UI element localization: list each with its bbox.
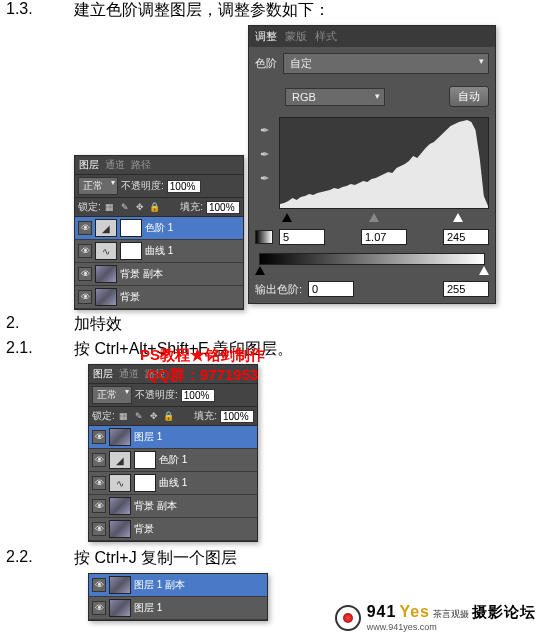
tab-channels[interactable]: 通道 [105, 158, 125, 172]
histogram-svg [280, 118, 488, 208]
visibility-toggle-icon[interactable]: 👁 [92, 601, 106, 615]
layer-row[interactable]: 👁背景 [89, 518, 257, 541]
out-black-input[interactable] [308, 281, 354, 297]
mid-input[interactable] [361, 229, 407, 245]
watermark-line2: QQ群：9771953 [140, 365, 265, 385]
lock-label: 锁定: [78, 200, 101, 214]
tab-channels[interactable]: 通道 [119, 367, 139, 381]
lock-all-icon[interactable]: 🔒 [149, 201, 161, 213]
step-number: 2.1. [0, 339, 74, 360]
lock-transparency-icon[interactable]: ▦ [118, 410, 130, 422]
tab-styles[interactable]: 样式 [315, 29, 337, 44]
layer-thumb [95, 265, 117, 283]
visibility-toggle-icon[interactable]: 👁 [78, 267, 92, 281]
auto-button[interactable]: 自动 [449, 86, 489, 107]
blend-mode-dropdown[interactable]: 正常 [92, 386, 132, 404]
layer-name: 曲线 1 [159, 476, 187, 490]
layer-row[interactable]: 👁∿曲线 1 [75, 240, 243, 263]
step-2-1: 2.1. 按 Ctrl+Alt+Shift+E 盖印图层。 [0, 339, 552, 360]
preset-row: 色阶 自定 [249, 47, 495, 80]
white-eyedropper-icon[interactable]: ✒ [255, 169, 273, 187]
lock-brush-icon[interactable]: ✎ [119, 201, 131, 213]
black-input[interactable] [279, 229, 325, 245]
layer-name: 色阶 1 [145, 221, 173, 235]
lock-transparency-icon[interactable]: ▦ [104, 201, 116, 213]
opacity-label: 不透明度: [121, 179, 164, 193]
lock-fill-row: 锁定: ▦ ✎ ✥ 🔒 填充: 100% [75, 198, 243, 217]
visibility-toggle-icon[interactable]: 👁 [92, 453, 106, 467]
visibility-toggle-icon[interactable]: 👁 [78, 290, 92, 304]
forum: 摄影论坛 [472, 603, 536, 622]
tab-masks[interactable]: 蒙版 [285, 29, 307, 44]
black-slider[interactable] [282, 213, 292, 222]
visibility-toggle-icon[interactable]: 👁 [92, 430, 106, 444]
visibility-toggle-icon[interactable]: 👁 [92, 499, 106, 513]
lock-move-icon[interactable]: ✥ [134, 201, 146, 213]
opacity-label: 不透明度: [135, 388, 178, 402]
adj-tabs: 调整 蒙版 样式 [249, 26, 495, 47]
layer-row[interactable]: 👁◢色阶 1 [89, 449, 257, 472]
layer-row[interactable]: 👁◢色阶 1 [75, 217, 243, 240]
input-sliders [283, 213, 465, 225]
tab-layers[interactable]: 图层 [93, 367, 113, 381]
gray-eyedropper-icon[interactable]: ✒ [255, 145, 273, 163]
step-2: 2. 加特效 [0, 314, 552, 335]
layer-thumb [109, 576, 131, 594]
blend-opacity-row: 正常 不透明度: 100% [75, 175, 243, 198]
adjustment-thumb: ◢ [109, 451, 131, 469]
tab-adjustments[interactable]: 调整 [255, 29, 277, 44]
brand-suffix: Yes [399, 603, 430, 621]
gray-slider[interactable] [369, 213, 379, 222]
layer-row[interactable]: 👁图层 1 副本 [89, 574, 267, 597]
channel-dropdown[interactable]: RGB [285, 88, 385, 106]
layer-thumb [109, 497, 131, 515]
layer-mask-thumb [134, 474, 156, 492]
blend-opacity-row: 正常 不透明度: 100% [89, 384, 257, 407]
visibility-toggle-icon[interactable]: 👁 [92, 476, 106, 490]
layer-row[interactable]: 👁背景 [75, 286, 243, 309]
white-input[interactable] [443, 229, 489, 245]
preset-dropdown[interactable]: 自定 [283, 53, 489, 74]
svg-marker-0 [280, 120, 488, 208]
out-white-slider[interactable] [479, 266, 489, 275]
histogram-area: ✒ ✒ ✒ [249, 113, 495, 213]
layer-thumb [109, 599, 131, 617]
fill-value[interactable]: 100% [206, 201, 240, 214]
out-white-input[interactable] [443, 281, 489, 297]
logo-text: 941Yes 茶言观摄 摄影论坛 www.941yes.com [367, 603, 536, 632]
visibility-toggle-icon[interactable]: 👁 [78, 221, 92, 235]
lock-all-icon[interactable]: 🔒 [163, 410, 175, 422]
layer-name: 图层 1 [134, 430, 162, 444]
footer-logo: 941Yes 茶言观摄 摄影论坛 www.941yes.com [335, 603, 536, 632]
layer-row[interactable]: 👁图层 1 [89, 597, 267, 620]
opacity-value[interactable]: 100% [167, 180, 201, 193]
layer-mask-thumb [134, 451, 156, 469]
layers-panel-partial: 👁图层 1 副本👁图层 1 [88, 573, 268, 621]
watermark: PS教程★铭剑制作 QQ群：9771953 [140, 345, 265, 384]
fill-value[interactable]: 100% [220, 410, 254, 423]
layer-row[interactable]: 👁背景 副本 [75, 263, 243, 286]
visibility-toggle-icon[interactable]: 👁 [92, 522, 106, 536]
white-slider[interactable] [453, 213, 463, 222]
layer-row[interactable]: 👁背景 副本 [89, 495, 257, 518]
out-black-slider[interactable] [255, 266, 265, 275]
panels-row-1: 图层 通道 路径 正常 不透明度: 100% 锁定: ▦ ✎ ✥ 🔒 填充: 1… [74, 25, 552, 310]
layer-mask-thumb [120, 219, 142, 237]
lock-brush-icon[interactable]: ✎ [133, 410, 145, 422]
tab-paths[interactable]: 路径 [131, 158, 151, 172]
layer-thumb [109, 428, 131, 446]
layer-row[interactable]: 👁∿曲线 1 [89, 472, 257, 495]
lock-move-icon[interactable]: ✥ [148, 410, 160, 422]
black-eyedropper-icon[interactable]: ✒ [255, 121, 273, 139]
layer-thumb [95, 288, 117, 306]
tab-layers[interactable]: 图层 [79, 158, 99, 172]
visibility-toggle-icon[interactable]: 👁 [78, 244, 92, 258]
layer-mask-thumb [120, 242, 142, 260]
layer-row[interactable]: 👁图层 1 [89, 426, 257, 449]
step-number: 2.2. [0, 548, 74, 569]
output-label: 输出色阶: [255, 282, 302, 297]
step-1-3: 1.3. 建立色阶调整图层，调整参数如下： [0, 0, 552, 21]
blend-mode-dropdown[interactable]: 正常 [78, 177, 118, 195]
opacity-value[interactable]: 100% [181, 389, 215, 402]
visibility-toggle-icon[interactable]: 👁 [92, 578, 106, 592]
